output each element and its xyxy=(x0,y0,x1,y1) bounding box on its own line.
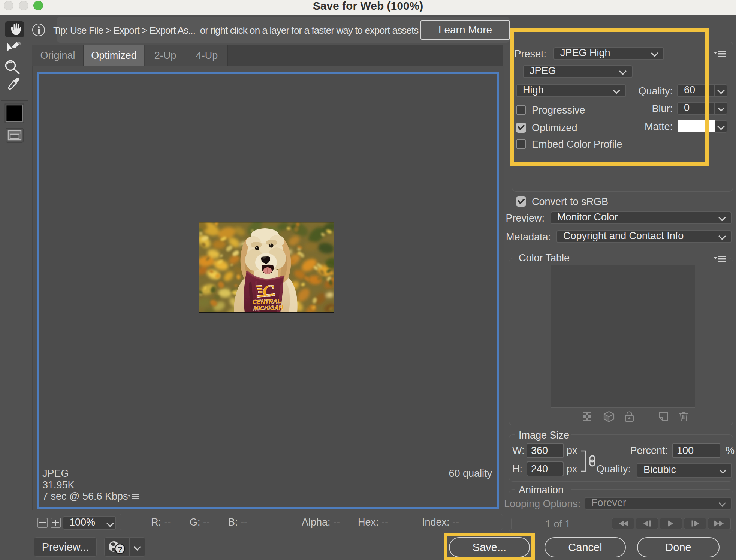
svg-text:?: ? xyxy=(117,545,122,554)
svg-text:C: C xyxy=(262,281,274,300)
svg-text:MICHIGAN: MICHIGAN xyxy=(253,304,283,311)
